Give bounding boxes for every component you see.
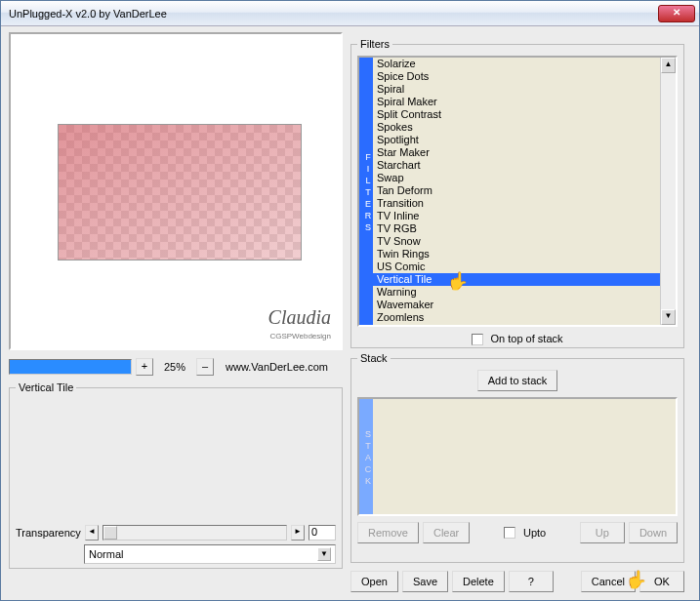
filter-item[interactable]: Solarize [373,58,660,70]
window-title: UnPlugged-X v2.0 by VanDerLee [5,8,658,20]
upto-label: Upto [523,527,546,539]
filter-item[interactable]: Spotlight [373,134,660,146]
upto-checkbox[interactable] [504,527,515,539]
filter-item[interactable]: TV RGB [373,222,660,235]
signature-sub: CGSPWebdesign [269,332,331,341]
on-top-label: On top of stack [491,333,563,344]
cancel-button[interactable]: Cancel [581,571,636,592]
titlebar[interactable]: UnPlugged-X v2.0 by VanDerLee ✕ [1,1,699,26]
signature: Claudia [268,306,331,329]
vendor-url: www.VanDerLee.com [226,361,328,373]
slider-right-button[interactable]: ► [291,525,305,541]
stack-list[interactable] [373,399,676,514]
blend-mode-dropdown[interactable]: Normal ▼ [84,544,336,564]
stack-legend: Stack [357,352,391,364]
remove-button[interactable]: Remove [357,522,419,543]
add-to-stack-button[interactable]: Add to stack [477,370,558,391]
filter-item[interactable]: Zoomlens [373,311,660,324]
help-button[interactable]: ? [509,571,554,592]
slider-left-button[interactable]: ◄ [85,525,99,541]
filter-item[interactable]: Twin Rings [373,248,660,260]
filter-item[interactable]: Spokes [373,121,660,134]
up-button[interactable]: Up [580,522,625,543]
down-button[interactable]: Down [629,522,678,543]
preview-panel: Claudia CGSPWebdesign [9,32,343,350]
filter-item[interactable]: Spiral Maker [373,96,660,108]
delete-button[interactable]: Delete [452,571,505,592]
open-button[interactable]: Open [350,571,398,592]
slider-thumb[interactable] [103,526,117,540]
filter-item[interactable]: Vertical Tile [373,273,660,286]
transparency-label: Transparency [16,527,81,539]
filter-item[interactable]: Warning [373,286,660,299]
filter-item[interactable]: Wavemaker [373,299,660,311]
filter-item[interactable]: Spiral [373,83,660,96]
scroll-up-button[interactable]: ▲ [661,58,676,73]
chevron-down-icon: ▼ [317,547,331,561]
filter-params-group: Vertical Tile Transparency ◄ ► 0 Normal … [9,381,343,569]
blend-mode-value: Normal [89,548,123,560]
scroll-down-button[interactable]: ▼ [661,309,676,325]
save-button[interactable]: Save [402,571,448,592]
zoom-in-button[interactable]: + [136,358,153,376]
zoom-value: 25% [157,361,192,373]
transparency-slider[interactable] [103,525,287,541]
filter-item[interactable]: US Comic [373,260,660,273]
ok-button[interactable]: OK [639,571,684,592]
filter-item[interactable]: Split Contrast [373,108,660,121]
filter-item[interactable]: Swap [373,172,660,184]
filter-item[interactable]: TV Inline [373,210,660,222]
on-top-checkbox[interactable] [472,334,483,345]
filter-item[interactable]: Transition [373,197,660,210]
transparency-value[interactable]: 0 [309,525,336,541]
filters-scrollbar[interactable]: ▲ ▼ [660,58,676,325]
filters-group: Filters FILTERS SolarizeSpice DotsSpiral… [350,38,684,348]
filter-item[interactable]: TV Snow [373,235,660,248]
filters-list[interactable]: SolarizeSpice DotsSpiralSpiral MakerSpli… [373,58,660,325]
stack-side-label: STACK [359,399,373,514]
filter-params-legend: Vertical Tile [16,381,76,393]
filters-legend: Filters [357,38,392,50]
progress-bar [9,359,132,375]
app-window: UnPlugged-X v2.0 by VanDerLee ✕ Claudia … [0,0,700,601]
filters-side-label: FILTERS [359,58,373,325]
filter-item[interactable]: Star Maker [373,146,660,159]
stack-group: Stack Add to stack STACK Remove Clear Up… [350,352,684,563]
close-button[interactable]: ✕ [658,5,695,22]
filter-item[interactable]: Starchart [373,159,660,172]
zoom-out-button[interactable]: – [196,358,214,376]
clear-button[interactable]: Clear [423,522,470,543]
filter-item[interactable]: Tan Deform [373,184,660,197]
filter-item[interactable]: Spice Dots [373,70,660,83]
preview-image [58,124,302,260]
